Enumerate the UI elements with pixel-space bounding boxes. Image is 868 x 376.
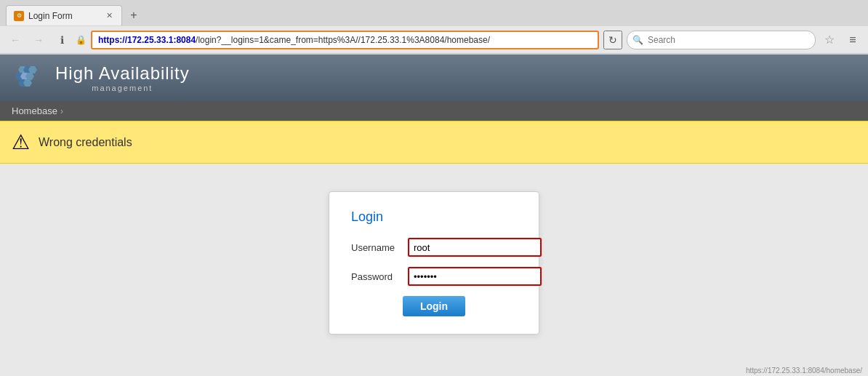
login-btn-row: Login (351, 296, 517, 316)
breadcrumb-separator: › (60, 106, 63, 116)
warning-message: Wrong credentials (39, 136, 132, 149)
active-tab[interactable]: ⚙ Login Form ✕ (6, 5, 122, 25)
url-bar[interactable]: https://172.25.33.1:8084 /login?__logins… (91, 31, 599, 49)
password-input[interactable] (408, 267, 542, 286)
search-input[interactable] (627, 31, 816, 49)
status-bar: https://172.25.33.1:8084/homebase/ (740, 365, 868, 376)
login-form-container: Login Username Password Login (329, 191, 539, 335)
tab-favicon: ⚙ (14, 11, 24, 21)
url-rest: /login?__logins=1&came_from=https%3A//17… (196, 35, 490, 45)
page-content: High Availability management Homebase › … (0, 55, 868, 376)
forward-button[interactable]: → (29, 31, 48, 49)
refresh-button[interactable]: ↻ (603, 31, 622, 49)
tab-title: Login Form (28, 11, 100, 21)
app-subtitle: management (55, 84, 190, 92)
bookmark-button[interactable]: ☆ (820, 31, 839, 49)
breadcrumb-bar: Homebase › (0, 101, 868, 121)
lock-icon: 🔒 (76, 35, 87, 45)
login-form-title: Login (351, 209, 517, 225)
app-title-group: High Availability management (55, 63, 190, 92)
info-button[interactable]: ℹ (52, 31, 71, 49)
navigation-bar: ← → ℹ 🔒 https://172.25.33.1:8084 /login?… (0, 26, 868, 54)
status-url: https://172.25.33.1:8084/homebase/ (746, 367, 862, 375)
username-row: Username (351, 238, 517, 257)
app-header: High Availability management (0, 55, 868, 101)
new-tab-button[interactable]: + (125, 7, 142, 24)
tab-close-button[interactable]: ✕ (104, 11, 114, 21)
password-label: Password (351, 271, 402, 282)
main-content: Login Username Password Login (0, 164, 868, 376)
search-magnifier-icon: 🔍 (632, 35, 643, 45)
warning-banner: ⚠ Wrong credentials (0, 121, 868, 164)
password-row: Password (351, 267, 517, 286)
browser-chrome: ⚙ Login Form ✕ + ← → ℹ 🔒 https://172.25.… (0, 0, 868, 55)
tab-bar: ⚙ Login Form ✕ + (0, 0, 868, 26)
url-highlight: https://172.25.33.1:8084 (98, 35, 196, 45)
username-label: Username (351, 242, 402, 253)
username-input[interactable] (408, 238, 542, 257)
login-button[interactable]: Login (403, 296, 465, 316)
browser-menu-button[interactable]: ≡ (843, 31, 862, 49)
app-logo (15, 63, 44, 92)
search-bar-wrapper: 🔍 (627, 31, 816, 49)
warning-icon: ⚠ (12, 130, 30, 154)
breadcrumb-homebase[interactable]: Homebase (12, 105, 57, 116)
app-title: High Availability (55, 63, 190, 84)
back-button[interactable]: ← (6, 31, 25, 49)
